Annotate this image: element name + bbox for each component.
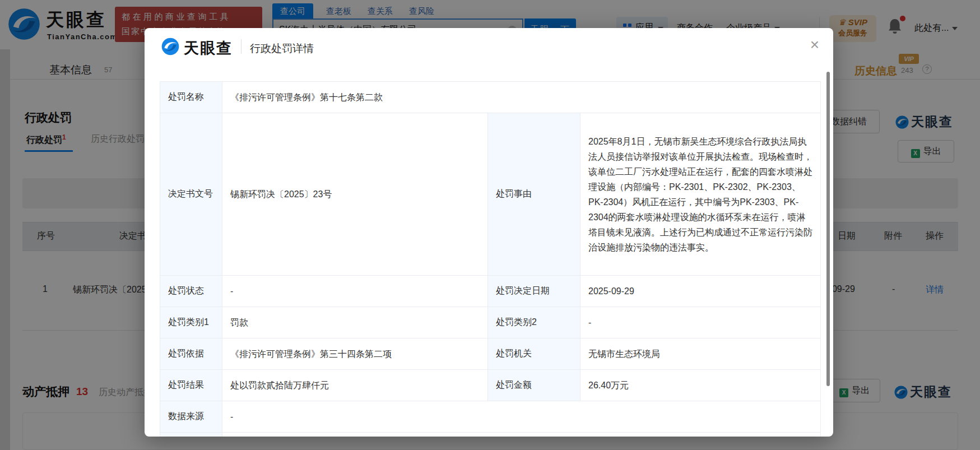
modal-brand: 天眼查 bbox=[184, 38, 233, 58]
table-row: 处罚类别1 罚款 处罚类别2 - bbox=[160, 307, 821, 338]
modal-title: 行政处罚详情 bbox=[250, 41, 314, 56]
field-label: 处罚类别2 bbox=[488, 307, 580, 338]
field-value: 2025年8月1日，无锡市新吴生态环境综合行政执法局执法人员接信访举报对该单位开… bbox=[580, 113, 821, 276]
field-value: 处以罚款贰拾陆万肆仟元 bbox=[222, 370, 488, 401]
table-row: 数据来源 - bbox=[160, 401, 821, 433]
field-label: 决定书文号 bbox=[160, 113, 222, 276]
field-label: 处罚结果 bbox=[160, 370, 222, 401]
field-label: 数据来源 bbox=[160, 401, 222, 433]
field-label: 处罚依据 bbox=[160, 338, 222, 370]
field-value: - bbox=[222, 401, 821, 433]
field-label: 处罚名称 bbox=[160, 82, 222, 113]
field-value: 罚款 bbox=[222, 307, 488, 338]
penalty-detail-table: 处罚名称 《排污许可管理条例》第十七条第二款 决定书文号 锡新环罚决〔2025〕… bbox=[160, 81, 821, 437]
field-value: 无锡市生态环境局 bbox=[580, 338, 821, 370]
field-value: - bbox=[222, 276, 488, 307]
field-label: 处罚金额 bbox=[488, 370, 580, 401]
tianyancha-page: 天眼查 TianYanCha.com 都在用的商业查询工具 国家中小企业发展基金… bbox=[0, 0, 980, 450]
field-label: 处罚事由 bbox=[488, 113, 580, 276]
table-row: 处罚状态 - 处罚决定日期 2025-09-29 bbox=[160, 276, 821, 307]
table-row: 处罚名称 《排污许可管理条例》第十七条第二款 bbox=[160, 82, 821, 113]
field-label: 处罚决定日期 bbox=[488, 276, 580, 307]
field-label: 处罚类别1 bbox=[160, 307, 222, 338]
table-row: 原文链接 bbox=[160, 433, 821, 437]
field-value: 《排污许可管理条例》第十七条第二款 bbox=[222, 82, 821, 113]
field-label: 处罚机关 bbox=[488, 338, 580, 370]
tianyancha-logo-icon bbox=[161, 38, 179, 55]
penalty-detail-modal: 天眼查 行政处罚详情 × 处罚名称 《排污许可管理条例》第十七条第二款 决定书文… bbox=[145, 28, 833, 437]
table-row: 处罚依据 《排污许可管理条例》第三十四条第二项 处罚机关 无锡市生态环境局 bbox=[160, 338, 821, 370]
field-value: 《排污许可管理条例》第三十四条第二项 bbox=[222, 338, 488, 370]
field-value: - bbox=[580, 307, 821, 338]
field-label: 处罚状态 bbox=[160, 276, 222, 307]
field-value: 锡新环罚决〔2025〕23号 bbox=[222, 113, 488, 276]
field-label: 原文链接 bbox=[160, 433, 222, 437]
close-icon[interactable]: × bbox=[805, 35, 825, 55]
field-value bbox=[222, 433, 821, 437]
modal-title-divider bbox=[241, 39, 241, 54]
modal-scrollbar-thumb[interactable] bbox=[826, 72, 830, 386]
table-row: 决定书文号 锡新环罚决〔2025〕23号 处罚事由 2025年8月1日，无锡市新… bbox=[160, 113, 821, 276]
table-row: 处罚结果 处以罚款贰拾陆万肆仟元 处罚金额 26.40万元 bbox=[160, 370, 821, 401]
field-value: 26.40万元 bbox=[580, 370, 821, 401]
field-value: 2025-09-29 bbox=[580, 276, 821, 307]
